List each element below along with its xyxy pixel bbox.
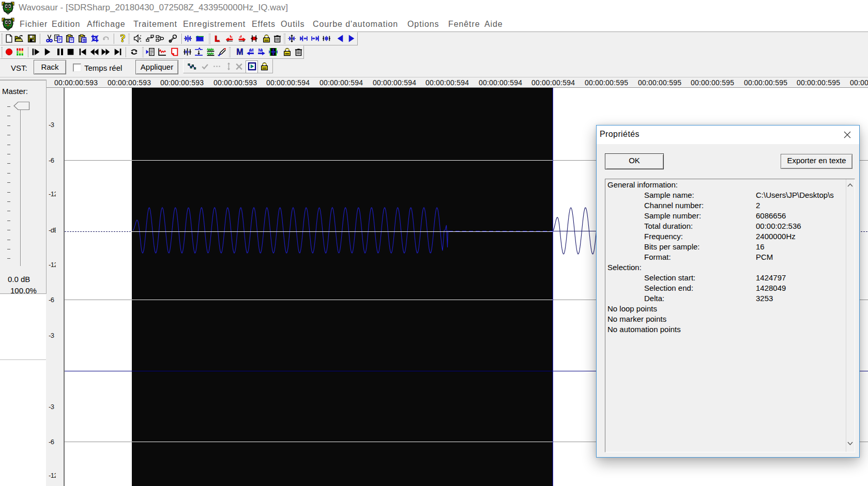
svg-text:M: M (236, 48, 243, 56)
svg-text:M: M (258, 48, 263, 53)
svg-text:?: ? (120, 34, 125, 43)
svg-text:M: M (250, 48, 254, 53)
